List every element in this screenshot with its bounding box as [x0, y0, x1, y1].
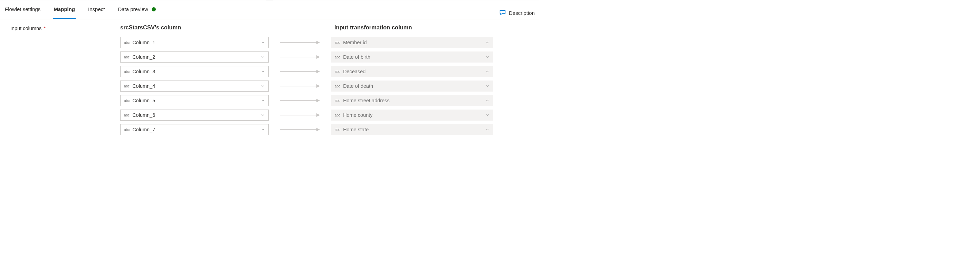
source-column-value: Column_3: [132, 69, 257, 74]
target-column-value: Date of birth: [343, 54, 482, 60]
mapping-arrow-icon: [269, 54, 331, 59]
source-column-value: Column_2: [132, 54, 257, 60]
chevron-down-icon: [257, 69, 269, 73]
source-column-value: Column_1: [132, 40, 257, 45]
type-badge-icon: abc: [121, 70, 132, 73]
tab-inspect[interactable]: Inspect: [88, 0, 105, 19]
target-column-value: Date of death: [343, 83, 482, 89]
input-columns-label: Input columns: [10, 26, 41, 31]
description-label: Description: [509, 10, 535, 16]
tab-flowlet-settings-label: Flowlet settings: [5, 0, 40, 19]
target-column-value: Member id: [343, 40, 482, 45]
type-badge-icon: abc: [121, 41, 132, 45]
svg-marker-11: [317, 113, 320, 117]
type-badge-icon: abc: [331, 113, 343, 117]
tab-data-preview-label: Data preview: [118, 0, 148, 19]
mapping-arrow-icon: [269, 40, 331, 45]
mapping-rows: abc Column_1 abc Member id abc Column_2: [90, 36, 533, 136]
source-column-value: Column_7: [132, 127, 257, 133]
chevron-down-icon: [257, 40, 269, 45]
mapping-arrow-icon: [269, 84, 331, 88]
source-column-dropdown[interactable]: abc Column_5: [120, 95, 269, 106]
tabs-group: Flowlet settings Mapping Inspect Data pr…: [4, 0, 156, 19]
description-button[interactable]: Description: [499, 9, 535, 19]
svg-marker-9: [317, 99, 320, 102]
required-asterisk: *: [43, 26, 46, 31]
target-column-value: Deceased: [343, 69, 482, 74]
target-column-dropdown[interactable]: abc Date of birth: [331, 51, 493, 62]
target-column-dropdown[interactable]: abc Date of death: [331, 80, 493, 92]
input-columns-label-group: Input columns *: [10, 24, 90, 31]
tab-inspect-label: Inspect: [88, 0, 105, 19]
source-column-dropdown[interactable]: abc Column_3: [120, 66, 269, 77]
chevron-down-icon: [482, 99, 493, 103]
chevron-down-icon: [257, 55, 269, 59]
source-column-dropdown[interactable]: abc Column_7: [120, 124, 269, 135]
svg-marker-13: [317, 128, 320, 131]
mapping-row: abc Column_5 abc Home street address: [90, 94, 533, 107]
mapping-arrow-icon: [269, 127, 331, 132]
source-column-value: Column_5: [132, 98, 257, 103]
target-column-dropdown[interactable]: abc Home street address: [331, 95, 493, 106]
mapping-arrow-icon: [269, 113, 331, 118]
tab-mapping[interactable]: Mapping: [53, 0, 76, 19]
type-badge-icon: abc: [331, 84, 343, 88]
mapping-body: Input columns * srcStarsCSV's column Inp…: [0, 19, 539, 136]
mapping-row: abc Column_2 abc Date of birth: [90, 51, 533, 63]
tab-bar: Flowlet settings Mapping Inspect Data pr…: [0, 0, 539, 19]
svg-marker-5: [317, 70, 320, 73]
source-column-dropdown[interactable]: abc Column_6: [120, 110, 269, 121]
mapping-row: abc Column_1 abc Member id: [90, 36, 533, 49]
chevron-down-icon: [257, 99, 269, 103]
mapping-arrow-icon: [269, 98, 331, 103]
chevron-down-icon: [482, 84, 493, 88]
source-column-dropdown[interactable]: abc Column_1: [120, 37, 269, 48]
panel-resize-handle[interactable]: [266, 0, 273, 0]
type-badge-icon: abc: [121, 55, 132, 59]
type-badge-icon: abc: [121, 113, 132, 117]
data-preview-status-dot: [152, 7, 156, 11]
source-column-dropdown[interactable]: abc Column_4: [120, 80, 269, 92]
chevron-down-icon: [482, 55, 493, 59]
chevron-down-icon: [482, 113, 493, 117]
chevron-down-icon: [257, 128, 269, 132]
target-column-value: Home street address: [343, 98, 482, 103]
type-badge-icon: abc: [331, 70, 343, 73]
panel-root: Flowlet settings Mapping Inspect Data pr…: [0, 0, 539, 136]
mapping-row: abc Column_3 abc Deceased: [90, 65, 533, 78]
chevron-down-icon: [482, 40, 493, 45]
svg-marker-7: [317, 84, 320, 88]
target-column-value: Home state: [343, 127, 482, 133]
svg-marker-3: [317, 55, 320, 59]
target-column-dropdown[interactable]: abc Member id: [331, 37, 493, 48]
target-column-dropdown[interactable]: abc Home state: [331, 124, 493, 135]
mapping-headers: srcStarsCSV's column Input transformatio…: [90, 24, 533, 36]
mapping-area: srcStarsCSV's column Input transformatio…: [90, 24, 533, 136]
type-badge-icon: abc: [331, 55, 343, 59]
source-column-dropdown[interactable]: abc Column_2: [120, 51, 269, 62]
source-column-value: Column_4: [132, 83, 257, 89]
type-badge-icon: abc: [121, 84, 132, 88]
source-column-value: Column_6: [132, 112, 257, 118]
type-badge-icon: abc: [331, 99, 343, 103]
mapping-row: abc Column_4 abc Date of death: [90, 80, 533, 92]
type-badge-icon: abc: [121, 128, 132, 132]
chevron-down-icon: [482, 69, 493, 73]
type-badge-icon: abc: [331, 41, 343, 45]
tab-data-preview[interactable]: Data preview: [117, 0, 156, 19]
type-badge-icon: abc: [121, 99, 132, 103]
type-badge-icon: abc: [331, 128, 343, 132]
chevron-down-icon: [257, 113, 269, 117]
svg-marker-1: [317, 41, 320, 44]
comment-icon: [499, 9, 506, 17]
target-column-dropdown[interactable]: abc Deceased: [331, 66, 493, 77]
chevron-down-icon: [257, 84, 269, 88]
chevron-down-icon: [482, 128, 493, 132]
tab-mapping-label: Mapping: [54, 0, 75, 19]
mapping-row: abc Column_7 abc Home state: [90, 123, 533, 136]
target-column-dropdown[interactable]: abc Home county: [331, 110, 493, 121]
mapping-row: abc Column_6 abc Home county: [90, 109, 533, 121]
tab-flowlet-settings[interactable]: Flowlet settings: [4, 0, 41, 19]
target-column-value: Home county: [343, 112, 482, 118]
header-target-column: Input transformation column: [334, 24, 497, 31]
